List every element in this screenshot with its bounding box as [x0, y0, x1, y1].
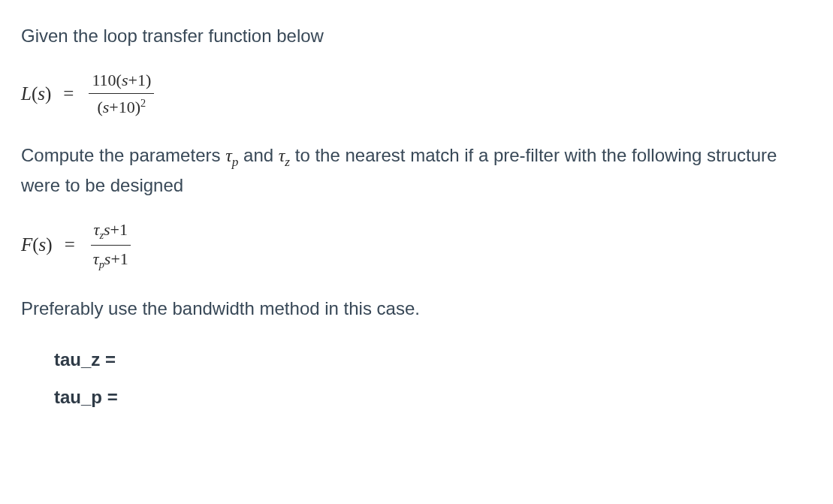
tau-z-label: tau_z = [54, 346, 116, 373]
eq2-lhs-arg: s [39, 231, 47, 259]
eq2-equals: = [65, 231, 75, 259]
eq1-lhs-var: L [21, 80, 32, 108]
eq1-lhs: L(s) [21, 80, 51, 108]
eq1-denominator: (s+10)2 [94, 94, 149, 119]
equation-prefilter: F(s) = τzs+1 τps+1 [21, 217, 812, 273]
eq1-numerator: 110(s+1) [89, 68, 154, 94]
eq1-fraction: 110(s+1) (s+10)2 [89, 68, 154, 119]
prompt-paragraph-3: Preferably use the bandwidth method in t… [21, 295, 812, 322]
answer-row-tau-p: tau_p = [54, 384, 812, 411]
tau-p-label: tau_p = [54, 384, 118, 411]
eq2-fraction: τzs+1 τps+1 [90, 217, 131, 273]
eq1-lhs-arg: s [38, 80, 45, 108]
answer-row-tau-z: tau_z = [54, 346, 812, 373]
eq2-lhs: F(s) [21, 231, 53, 259]
eq2-den-sub: p [99, 258, 104, 270]
eq1-den-exp: 2 [140, 97, 146, 109]
inline-tau-p: τp [225, 146, 238, 165]
tau-p-sym: τ [225, 146, 232, 165]
prompt-paragraph-1: Given the loop transfer function below [21, 23, 812, 50]
eq1-equals: = [63, 80, 74, 108]
eq2-lhs-var: F [21, 231, 32, 259]
para2-text-a: Compute the parameters [21, 145, 225, 165]
equation-loop-transfer: L(s) = 110(s+1) (s+10)2 [21, 68, 812, 119]
para2-text-b: and [238, 145, 278, 165]
eq2-numerator: τzs+1 [91, 217, 131, 246]
inline-tau-z: τz [279, 146, 290, 165]
eq1-num-coeff: 110 [92, 71, 116, 89]
answer-section: tau_z = tau_p = [54, 346, 812, 411]
eq2-denominator: τps+1 [90, 246, 131, 273]
eq2-den-tau: τ [93, 249, 99, 268]
prompt-paragraph-2: Compute the parameters τp and τz to the … [21, 142, 812, 199]
